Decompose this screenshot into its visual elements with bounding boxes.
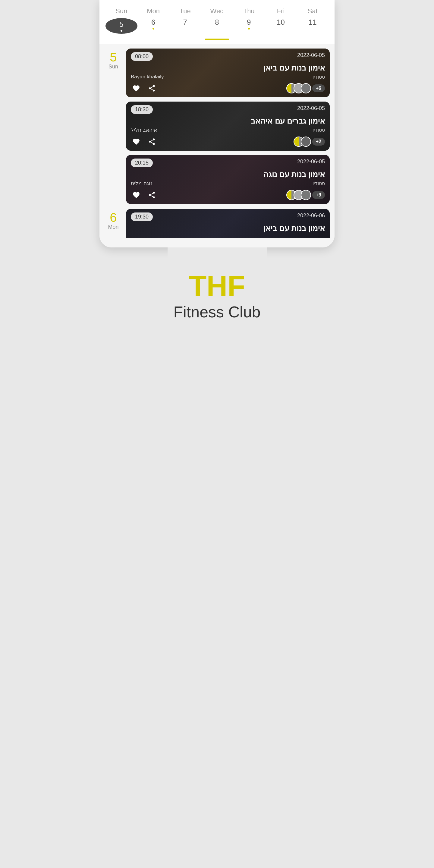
time-badge-2: 18:30	[131, 105, 153, 114]
event-sub-1: Bayan khalaily סטודיו	[131, 74, 325, 80]
event-card-1[interactable]: 08:00 2022-06-05 אימון בנות עם ביאן Baya…	[126, 49, 330, 97]
day-sun: Sun	[105, 7, 137, 15]
action-icons-1	[131, 83, 157, 94]
time-badge-4: 19:30	[131, 213, 153, 221]
card-top-3: 20:15 2022-06-05	[131, 158, 325, 167]
heart-icon-3[interactable]	[131, 190, 142, 200]
week-bar	[205, 38, 229, 40]
week-indicator	[105, 38, 329, 44]
share-icon-2[interactable]	[147, 136, 157, 147]
sunday-num: 5	[110, 51, 117, 64]
day-fri: Fri	[265, 7, 297, 15]
day-names-row: Sun Mon Tue Wed Thu Fri Sat	[105, 7, 329, 15]
heart-icon-1[interactable]	[131, 83, 142, 94]
day-num-11[interactable]: 11	[297, 18, 329, 34]
time-badge-1: 08:00	[131, 52, 153, 61]
avatar-1c	[301, 83, 311, 93]
day-tue: Tue	[169, 7, 201, 15]
card-bottom-1: +6	[131, 83, 325, 94]
day-num-6[interactable]: 6	[137, 18, 169, 34]
trainer-2: איהאב חליל	[131, 127, 157, 133]
sunday-cards: 08:00 2022-06-05 אימון בנות עם ביאן Baya…	[126, 49, 330, 204]
day-mon: Mon	[137, 7, 169, 15]
avatar-3c	[301, 190, 311, 200]
avatars-3: +9	[286, 190, 325, 200]
day-thu: Thu	[233, 7, 265, 15]
sunday-section: 5 Sun 08:00 2022-06-05 אימון בנות עם ביא…	[104, 49, 330, 204]
card-content-2: 18:30 2022-06-05 אימון גברים עם איהאב אי…	[126, 101, 330, 151]
card-content-3: 20:15 2022-06-05 אימון בנות עם נוגה נוגה…	[126, 155, 330, 204]
card-top-2: 18:30 2022-06-05	[131, 105, 325, 114]
monday-num: 6	[110, 211, 117, 224]
heart-icon-2[interactable]	[131, 136, 142, 147]
sunday-name: Sun	[108, 64, 118, 70]
studio-2: סטודיו	[313, 127, 325, 133]
phone-container: Sun Mon Tue Wed Thu Fri Sat 5 6 7 8	[99, 0, 335, 247]
card-bottom-3: +9	[131, 190, 325, 200]
share-icon-1[interactable]	[147, 83, 157, 94]
trainer-1: Bayan khalaily	[131, 74, 164, 80]
card-top-4: 19:30 2022-06-06	[131, 213, 325, 221]
monday-name: Mon	[108, 224, 119, 230]
event-card-4[interactable]: 19:30 2022-06-06 אימון בנות עם ביאן	[126, 209, 330, 238]
day-wed: Wed	[201, 7, 233, 15]
branding-section: THF Fitness Club	[167, 247, 267, 339]
date-1: 2022-06-05	[297, 52, 325, 59]
monday-section: 6 Mon 19:30 2022-06-06 אימון בנות עם ביא…	[104, 209, 330, 238]
date-4: 2022-06-06	[297, 213, 325, 219]
event-title-2: אימון גברים עם איהאב	[131, 116, 325, 126]
day-num-8[interactable]: 8	[201, 18, 233, 34]
time-badge-3: 20:15	[131, 158, 153, 167]
day-num-7[interactable]: 7	[169, 18, 201, 34]
sunday-label: 5 Sun	[104, 49, 122, 204]
event-sub-2: איהאב חליל סטודיו	[131, 127, 325, 133]
brand-subtitle: Fitness Club	[174, 303, 261, 321]
avatar-2b	[301, 136, 311, 147]
trainer-3: נוגה מליט	[131, 180, 153, 187]
card-top-1: 08:00 2022-06-05	[131, 52, 325, 61]
event-card-2[interactable]: 18:30 2022-06-05 אימון גברים עם איהאב אי…	[126, 101, 330, 151]
studio-3: סטודיו	[313, 181, 325, 186]
calendar-header: Sun Mon Tue Wed Thu Fri Sat 5 6 7 8	[99, 0, 335, 44]
participant-count-1: +6	[312, 84, 325, 92]
share-icon-3[interactable]	[147, 190, 157, 200]
day-num-5[interactable]: 5	[105, 18, 137, 34]
brand-name: THF	[174, 272, 261, 301]
card-bottom-2: +2	[131, 136, 325, 147]
schedule-list: 5 Sun 08:00 2022-06-05 אימון בנות עם ביא…	[99, 44, 335, 247]
day-sat: Sat	[297, 7, 329, 15]
action-icons-3	[131, 190, 157, 200]
event-title-1: אימון בנות עם ביאן	[131, 63, 325, 73]
action-icons-2	[131, 136, 157, 147]
date-2: 2022-06-05	[297, 105, 325, 112]
card-content-4: 19:30 2022-06-06 אימון בנות עם ביאן	[126, 209, 330, 238]
day-numbers-row: 5 6 7 8 9 10 11	[105, 18, 329, 34]
event-card-3[interactable]: 20:15 2022-06-05 אימון בנות עם נוגה נוגה…	[126, 155, 330, 204]
monday-cards: 19:30 2022-06-06 אימון בנות עם ביאן	[126, 209, 330, 238]
studio-1: סטודיו	[313, 74, 325, 80]
day-num-9[interactable]: 9	[233, 18, 265, 34]
event-title-4: אימון בנות עם ביאן	[131, 224, 325, 233]
day-num-10[interactable]: 10	[265, 18, 297, 34]
participant-count-3: +9	[312, 191, 325, 199]
date-3: 2022-06-05	[297, 158, 325, 165]
participant-count-2: +2	[312, 138, 325, 146]
event-title-3: אימון בנות עם נוגה	[131, 170, 325, 179]
avatars-2: +2	[293, 136, 325, 147]
monday-label: 6 Mon	[104, 209, 122, 238]
avatars-1: +6	[286, 83, 325, 93]
card-content-1: 08:00 2022-06-05 אימון בנות עם ביאן Baya…	[126, 49, 330, 97]
event-sub-3: נוגה מליט סטודיו	[131, 180, 325, 187]
